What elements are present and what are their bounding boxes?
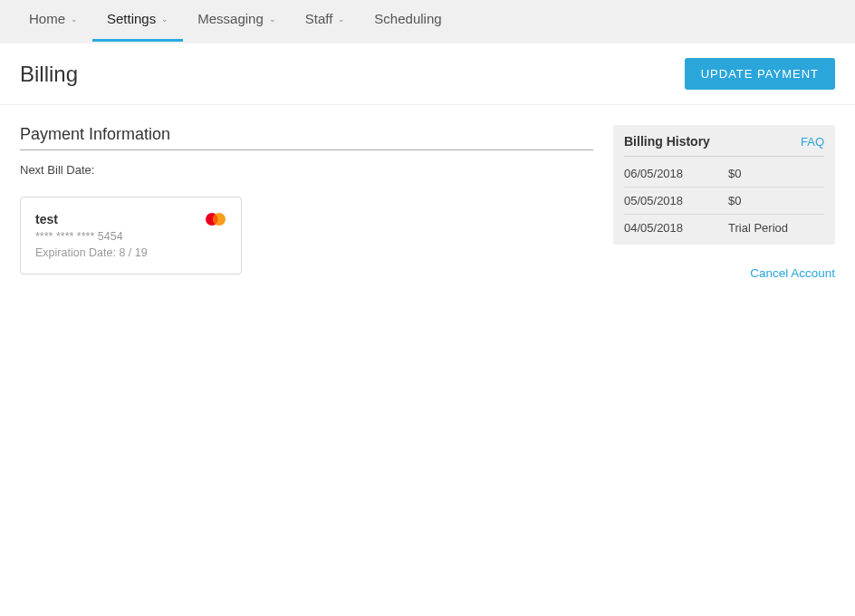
section-title: Payment Information (20, 125, 593, 150)
billing-history-row: 05/05/2018 $0 (624, 188, 824, 215)
card-expiration: Expiration Date: 8 / 19 (35, 246, 226, 259)
billing-amount: $0 (728, 194, 741, 207)
payment-info-section: Payment Information Next Bill Date: test… (20, 125, 593, 274)
mastercard-icon (205, 212, 226, 229)
nav-scheduling[interactable]: Scheduling (360, 0, 456, 39)
content-area: Payment Information Next Bill Date: test… (0, 105, 855, 300)
billing-date: 04/05/2018 (624, 221, 692, 235)
chevron-down-icon: ⌄ (161, 14, 168, 24)
billing-amount: Trial Period (728, 221, 788, 235)
billing-date: 06/05/2018 (624, 167, 692, 180)
nav-label: Settings (107, 11, 156, 26)
faq-link[interactable]: FAQ (801, 135, 824, 149)
nav-home[interactable]: Home ⌄ (14, 0, 92, 39)
card-name: test (35, 212, 226, 226)
nav-label: Home (29, 11, 65, 26)
billing-history-title: Billing History (624, 134, 710, 149)
cancel-account-link[interactable]: Cancel Account (613, 266, 835, 280)
nav-settings[interactable]: Settings ⌄ (92, 0, 183, 42)
chevron-down-icon: ⌄ (269, 14, 276, 24)
page-title: Billing (20, 62, 78, 87)
billing-date: 05/05/2018 (624, 194, 692, 207)
payment-card: test **** **** **** 5454 Expiration Date… (20, 197, 242, 274)
billing-amount: $0 (728, 167, 741, 180)
update-payment-button[interactable]: UPDATE PAYMENT (685, 58, 835, 90)
page-header: Billing UPDATE PAYMENT (0, 43, 855, 105)
billing-history-panel: Billing History FAQ 06/05/2018 $0 05/05/… (613, 125, 835, 245)
nav-label: Messaging (197, 11, 264, 26)
chevron-down-icon: ⌄ (338, 14, 345, 24)
nav-label: Scheduling (374, 11, 441, 26)
next-bill-date: Next Bill Date: (20, 163, 593, 177)
nav-messaging[interactable]: Messaging ⌄ (183, 0, 291, 39)
billing-history-section: Billing History FAQ 06/05/2018 $0 05/05/… (613, 125, 835, 280)
card-number: **** **** **** 5454 (35, 230, 226, 243)
billing-history-row: 06/05/2018 $0 (624, 160, 824, 188)
nav-label: Staff (305, 11, 333, 26)
top-navigation: Home ⌄ Settings ⌄ Messaging ⌄ Staff ⌄ Sc… (0, 0, 855, 43)
chevron-down-icon: ⌄ (71, 14, 78, 24)
billing-history-row: 04/05/2018 Trial Period (624, 215, 824, 241)
billing-history-header: Billing History FAQ (624, 134, 824, 157)
nav-staff[interactable]: Staff ⌄ (291, 0, 360, 39)
